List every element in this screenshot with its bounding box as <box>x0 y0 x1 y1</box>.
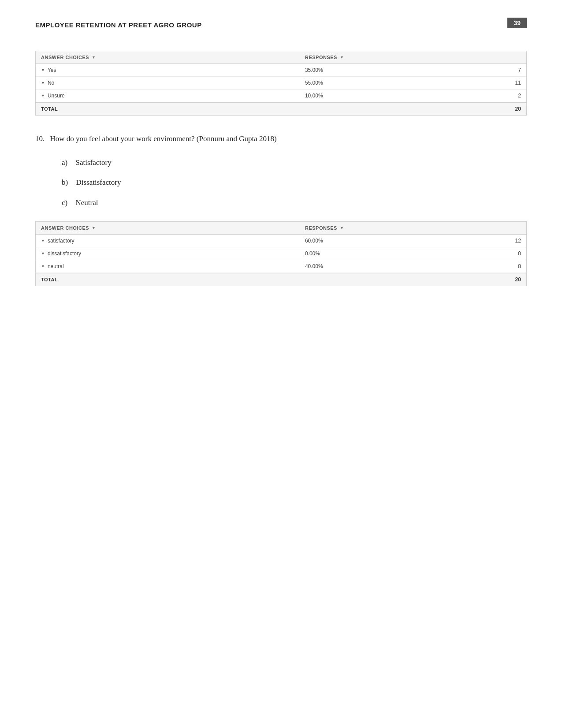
table1-row-2: ▼ No 55.00% 11 <box>36 77 526 90</box>
table1-responses-label: RESPONSES <box>305 55 337 60</box>
question10-option-b-text: Dissatisfactory <box>76 178 121 187</box>
table1-row3-count: 2 <box>449 93 521 99</box>
table2-answer-choices-label: ANSWER CHOICES <box>41 225 89 231</box>
table1: ANSWER CHOICES ▼ RESPONSES ▼ ▼ Yes 35.00… <box>35 51 527 116</box>
table1-row1-pct: 35.00% <box>305 67 449 73</box>
table1-row1-text: Yes <box>48 67 56 73</box>
question10-option-a-text: Satisfactory <box>75 158 111 167</box>
table2-row1-text: satisfactory <box>48 238 74 244</box>
question10-option-b-letter: b) <box>62 178 68 187</box>
table1-answer-choices-label: ANSWER CHOICES <box>41 55 89 60</box>
table1-row3-answer: ▼ Unsure <box>41 93 305 99</box>
table1-header-row: ANSWER CHOICES ▼ RESPONSES ▼ <box>36 51 526 64</box>
table2-total-count: 20 <box>449 276 521 283</box>
table1-row1-count: 7 <box>449 67 521 73</box>
header: EMPLOYEE RETENTION AT PREET AGRO GROUP 3… <box>35 18 527 29</box>
table2-row3-pct: 40.00% <box>305 263 449 269</box>
table1-row2-text: No <box>48 80 54 86</box>
table1-responses-sort-icon[interactable]: ▼ <box>340 55 344 60</box>
table2-total-label: TOTAL <box>41 277 305 282</box>
table2-col-responses-header: RESPONSES ▼ <box>305 225 449 231</box>
table1-row2-count: 11 <box>449 80 521 86</box>
question10-option-a: a) Satisfactory <box>62 157 527 168</box>
page: EMPLOYEE RETENTION AT PREET AGRO GROUP 3… <box>0 0 562 728</box>
table2-row3-text: neutral <box>48 263 64 269</box>
table2-row2-pct: 0.00% <box>305 250 449 257</box>
table2-row-1: ▼ satisfactory 60.00% 12 <box>36 235 526 247</box>
question10-number: 10. <box>35 134 45 143</box>
table2-row2-answer: ▼ dissatisfactory <box>41 250 305 257</box>
table2-responses-label: RESPONSES <box>305 225 337 231</box>
question10-option-c: c) Neutral <box>62 197 527 209</box>
table2-col-answer-header: ANSWER CHOICES ▼ <box>41 225 305 231</box>
table1-row3-text: Unsure <box>48 93 65 99</box>
table2-header-row: ANSWER CHOICES ▼ RESPONSES ▼ <box>36 222 526 235</box>
table1-row2-arrow[interactable]: ▼ <box>41 81 45 85</box>
table2-row2-arrow[interactable]: ▼ <box>41 251 45 256</box>
table2-row1-arrow[interactable]: ▼ <box>41 239 45 243</box>
table2-row1-count: 12 <box>449 238 521 244</box>
question10-option-a-letter: a) <box>62 158 67 167</box>
table1-answer-sort-icon[interactable]: ▼ <box>92 55 96 60</box>
table2-responses-sort-icon[interactable]: ▼ <box>340 226 344 230</box>
table2-row3-count: 8 <box>449 263 521 269</box>
table1-row1-arrow[interactable]: ▼ <box>41 68 45 72</box>
document-title: EMPLOYEE RETENTION AT PREET AGRO GROUP <box>35 21 202 29</box>
table1-row3-pct: 10.00% <box>305 93 449 99</box>
question10-body: How do you feel about your work environm… <box>50 134 277 143</box>
table1-row-3: ▼ Unsure 10.00% 2 <box>36 90 526 102</box>
table1-total-label: TOTAL <box>41 106 305 112</box>
table2-row2-text: dissatisfactory <box>48 250 81 257</box>
question10-section: 10. How do you feel about your work envi… <box>35 133 527 208</box>
table2-row1-answer: ▼ satisfactory <box>41 238 305 244</box>
question10-option-b: b) Dissatisfactory <box>62 177 527 188</box>
table2-row-2: ▼ dissatisfactory 0.00% 0 <box>36 247 526 260</box>
table1-total-count: 20 <box>449 106 521 112</box>
table1-col-answer-header: ANSWER CHOICES ▼ <box>41 55 305 60</box>
table2: ANSWER CHOICES ▼ RESPONSES ▼ ▼ satisfact… <box>35 221 527 286</box>
table2-answer-sort-icon[interactable]: ▼ <box>92 226 96 230</box>
table1-row3-arrow[interactable]: ▼ <box>41 93 45 98</box>
question10-options: a) Satisfactory b) Dissatisfactory c) Ne… <box>62 157 527 209</box>
table2-row2-count: 0 <box>449 250 521 257</box>
table1-row2-pct: 55.00% <box>305 80 449 86</box>
table2-row3-answer: ▼ neutral <box>41 263 305 269</box>
table1-row2-answer: ▼ No <box>41 80 305 86</box>
table1-row-1: ▼ Yes 35.00% 7 <box>36 64 526 77</box>
question10-text: 10. How do you feel about your work envi… <box>35 133 527 145</box>
table2-footer: TOTAL 20 <box>36 273 526 286</box>
table1-col-responses-header: RESPONSES ▼ <box>305 55 449 60</box>
page-number: 39 <box>507 18 527 28</box>
table1-row1-answer: ▼ Yes <box>41 67 305 73</box>
question10-option-c-letter: c) <box>62 198 67 207</box>
table2-row1-pct: 60.00% <box>305 238 449 244</box>
table2-row3-arrow[interactable]: ▼ <box>41 264 45 269</box>
table2-row-3: ▼ neutral 40.00% 8 <box>36 260 526 273</box>
question10-option-c-text: Neutral <box>75 198 98 207</box>
table1-footer: TOTAL 20 <box>36 102 526 115</box>
